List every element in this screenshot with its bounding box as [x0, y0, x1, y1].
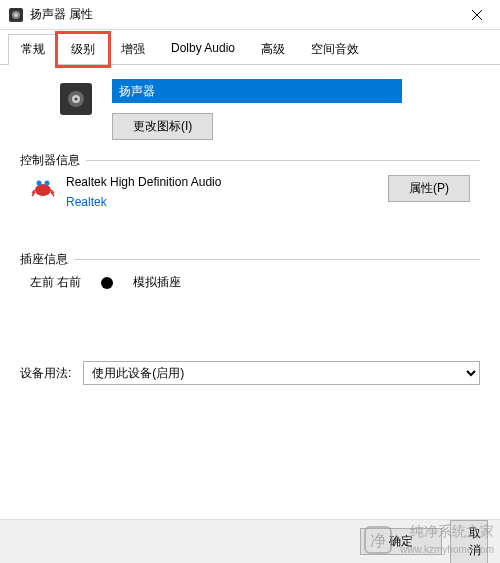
tab-label: 空间音效 [311, 42, 359, 56]
tab-label: 高级 [261, 42, 285, 56]
svg-point-10 [45, 181, 50, 186]
controller-name: Realtek High Definition Audio [66, 175, 378, 189]
jack-color-dot [101, 277, 113, 289]
controller-section-label: 控制器信息 [20, 152, 86, 169]
tab-label: Dolby Audio [171, 41, 235, 55]
svg-point-8 [35, 184, 51, 196]
controller-properties-button[interactable]: 属性(P) [388, 175, 470, 202]
usage-select[interactable]: 使用此设备(启用) [83, 361, 480, 385]
device-row: 更改图标(I) [60, 79, 480, 140]
controller-box: Realtek High Definition Audio Realtek 属性… [20, 161, 480, 219]
tab-advanced[interactable]: 高级 [248, 34, 298, 64]
jack-fieldset: 插座信息 左前 右前 模拟插座 [20, 259, 480, 301]
svg-point-7 [75, 98, 78, 101]
speaker-icon [60, 83, 92, 115]
window-title: 扬声器 属性 [30, 6, 454, 23]
jack-box: 左前 右前 模拟插座 [20, 260, 480, 301]
jack-position: 左前 右前 [30, 274, 81, 291]
tab-levels[interactable]: 级别 [58, 34, 108, 64]
tab-label: 级别 [71, 42, 95, 56]
cancel-button[interactable]: 取消 [450, 520, 488, 564]
tab-label: 增强 [121, 42, 145, 56]
jack-section-label: 插座信息 [20, 251, 74, 268]
tab-general[interactable]: 常规 [8, 34, 58, 64]
tab-content: 更改图标(I) 控制器信息 Realtek High Definition Au… [0, 65, 500, 399]
speaker-window-icon [8, 7, 24, 23]
svg-point-2 [14, 13, 18, 17]
controller-fieldset: 控制器信息 Realtek High Definition Audio Real… [20, 160, 480, 219]
ok-button[interactable]: 确定 [360, 528, 442, 555]
titlebar: 扬声器 属性 [0, 0, 500, 30]
tab-enhancements[interactable]: 增强 [108, 34, 158, 64]
controller-text: Realtek High Definition Audio Realtek [66, 175, 378, 209]
dialog-button-bar: 确定 取消 [0, 519, 500, 563]
svg-point-9 [37, 181, 42, 186]
device-name-input[interactable] [112, 79, 402, 103]
usage-row: 设备用法: 使用此设备(启用) [20, 361, 480, 385]
tab-dolby-audio[interactable]: Dolby Audio [158, 34, 248, 64]
realtek-crab-icon [30, 175, 56, 201]
tab-spatial[interactable]: 空间音效 [298, 34, 372, 64]
close-button[interactable] [454, 0, 500, 30]
tab-bar: 常规 级别 增强 Dolby Audio 高级 空间音效 [0, 30, 500, 65]
device-inputs: 更改图标(I) [112, 79, 480, 140]
usage-label: 设备用法: [20, 365, 71, 382]
jack-type: 模拟插座 [133, 274, 181, 291]
change-icon-button[interactable]: 更改图标(I) [112, 113, 213, 140]
controller-vendor-link[interactable]: Realtek [66, 195, 378, 209]
tab-label: 常规 [21, 42, 45, 56]
